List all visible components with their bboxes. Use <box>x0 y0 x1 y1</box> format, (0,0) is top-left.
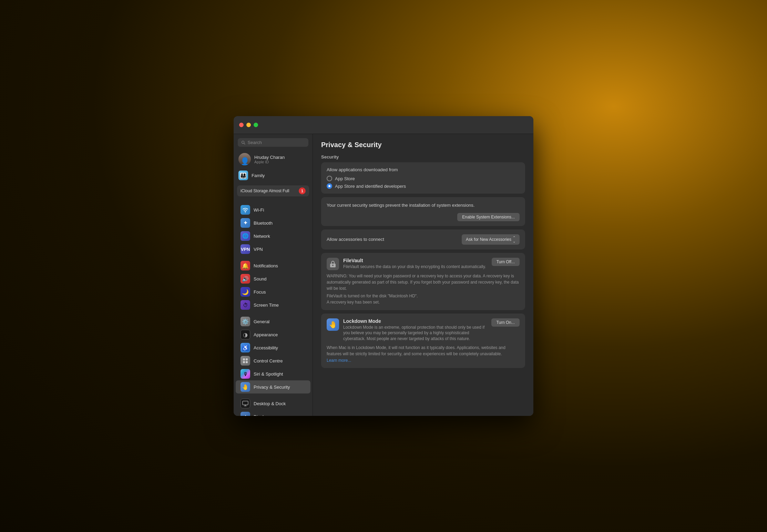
sidebar-item-family[interactable]: 👨‍👩‍👧 Family <box>234 169 313 182</box>
lockdown-learn-more-link[interactable]: Learn more... <box>327 358 351 363</box>
sidebar-item-bluetooth[interactable]: ✦ Bluetooth <box>236 216 310 229</box>
svg-rect-3 <box>246 358 248 360</box>
user-section[interactable]: 👤 Hruday Charan Apple ID <box>234 151 313 167</box>
accessories-select-button[interactable]: Ask for New Accessories ⌃⌄ <box>462 234 520 245</box>
allow-downloads-card: Allow applications downloaded from App S… <box>321 162 525 194</box>
radio-appstore-circle[interactable] <box>327 176 332 181</box>
network-label: Network <box>254 234 270 239</box>
sidebar-item-sound[interactable]: 🔊 Sound <box>236 272 310 285</box>
search-bar[interactable] <box>238 138 308 147</box>
accessories-label: Allow accessories to connect <box>327 237 384 242</box>
search-icon <box>241 140 246 145</box>
siri-icon: 🎙 <box>241 369 250 379</box>
lockdown-desc: Lockdown Mode is an extreme, optional pr… <box>343 325 491 342</box>
close-button[interactable] <box>239 123 244 127</box>
minimize-button[interactable] <box>246 123 251 127</box>
desktop-icon <box>241 399 250 408</box>
radio-group: App Store App Store and identified devel… <box>327 176 520 189</box>
maximize-button[interactable] <box>254 123 258 127</box>
sidebar: 👤 Hruday Charan Apple ID 👨‍👩‍👧 Family iC… <box>234 134 313 416</box>
vpn-icon: VPN <box>241 244 250 254</box>
radio-appstore-devs-circle[interactable] <box>327 183 332 189</box>
svg-rect-4 <box>243 361 245 363</box>
icloud-banner[interactable]: iCloud Storage Almost Full 1 <box>237 185 309 196</box>
lockdown-header: 🤚 Lockdown Mode Lockdown Mode is an extr… <box>327 318 520 342</box>
sidebar-item-displays[interactable]: ✦ Displays <box>236 410 310 416</box>
sidebar-item-screentime[interactable]: ⏱ Screen Time <box>236 298 310 311</box>
radio-appstore-devs[interactable]: App Store and identified developers <box>327 183 520 189</box>
system-preferences-window: 👤 Hruday Charan Apple ID 👨‍👩‍👧 Family iC… <box>234 116 533 416</box>
radio-appstore[interactable]: App Store <box>327 176 520 181</box>
radio-appstore-label: App Store <box>335 176 355 181</box>
radio-appstore-devs-label: App Store and identified developers <box>335 184 406 189</box>
notifications-icon: 🔔 <box>241 261 250 270</box>
main-content: Privacy & Security Security Allow applic… <box>313 134 533 416</box>
general-icon: ⚙️ <box>241 317 250 326</box>
enable-system-extensions-button[interactable]: Enable System Extensions... <box>457 213 520 221</box>
desktop-label: Desktop & Dock <box>254 401 286 406</box>
vpn-label: VPN <box>254 247 263 252</box>
filevault-card: FileVault FileVault secures the data on … <box>321 253 525 310</box>
screentime-label: Screen Time <box>254 303 279 308</box>
filevault-desc: FileVault secures the data on your disk … <box>343 264 486 270</box>
sidebar-item-siri[interactable]: 🎙 Siri & Spotlight <box>236 367 310 380</box>
displays-label: Displays <box>254 414 270 416</box>
title-bar <box>234 116 533 134</box>
filevault-status1: FileVault is turned on for the disk "Mac… <box>327 293 520 305</box>
sound-label: Sound <box>254 276 267 282</box>
notifications-label: Notifications <box>254 263 278 268</box>
sound-icon: 🔊 <box>241 274 250 284</box>
accessories-value: Ask for New Accessories <box>466 237 511 242</box>
bluetooth-icon: ✦ <box>241 218 250 228</box>
security-warning-text: Your current security settings prevent t… <box>327 202 520 209</box>
appearance-label: Appearance <box>254 332 278 337</box>
page-title: Privacy & Security <box>321 141 525 149</box>
filevault-warning: WARNING: You will need your login passwo… <box>327 273 520 291</box>
lockdown-title: Lockdown Mode <box>343 318 491 324</box>
appearance-icon: ◑ <box>241 330 250 339</box>
icloud-text: iCloud Storage Almost Full <box>241 188 289 193</box>
accessibility-label: Accessibility <box>254 345 278 350</box>
accessibility-icon: ♿ <box>241 343 250 352</box>
allow-downloads-title: Allow applications downloaded from <box>327 167 520 172</box>
sidebar-item-vpn[interactable]: VPN VPN <box>236 243 310 256</box>
traffic-lights <box>239 123 258 127</box>
sidebar-item-network[interactable]: 🌐 Network <box>236 229 310 243</box>
focus-label: Focus <box>254 289 266 295</box>
family-icon: 👨‍👩‍👧 <box>238 171 248 180</box>
security-section-title: Security <box>321 154 525 160</box>
sidebar-item-accessibility[interactable]: ♿ Accessibility <box>236 341 310 354</box>
sidebar-item-wifi[interactable]: Wi-Fi <box>236 203 310 216</box>
lockdown-detail: When Mac is in Lockdown Mode, it will no… <box>327 345 520 357</box>
user-name: Hruday Charan <box>254 155 285 160</box>
network-icon: 🌐 <box>241 231 250 241</box>
wifi-label: Wi-Fi <box>254 207 264 213</box>
system-extensions-card: Your current security settings prevent t… <box>321 197 525 226</box>
sidebar-item-notifications[interactable]: 🔔 Notifications <box>236 259 310 272</box>
user-subtitle: Apple ID <box>254 160 285 164</box>
filevault-text: FileVault FileVault secures the data on … <box>343 258 486 270</box>
lockdown-left: 🤚 Lockdown Mode Lockdown Mode is an extr… <box>327 318 491 342</box>
bluetooth-label: Bluetooth <box>254 221 273 226</box>
sidebar-item-appearance[interactable]: ◑ Appearance <box>236 328 310 341</box>
wifi-icon <box>241 205 250 215</box>
sidebar-item-privacy[interactable]: 🤚 Privacy & Security <box>236 380 310 393</box>
sidebar-item-focus[interactable]: 🌙 Focus <box>236 285 310 298</box>
sidebar-item-general[interactable]: ⚙️ General <box>236 315 310 328</box>
general-label: General <box>254 319 269 324</box>
svg-rect-6 <box>243 401 248 405</box>
sidebar-item-controlcentre[interactable]: Control Centre <box>236 354 310 367</box>
icloud-badge: 1 <box>299 187 306 194</box>
family-label: Family <box>252 173 265 178</box>
sidebar-item-desktop[interactable]: Desktop & Dock <box>236 397 310 410</box>
privacy-icon: 🤚 <box>241 382 250 392</box>
search-input[interactable] <box>248 140 305 145</box>
avatar: 👤 <box>238 153 251 165</box>
siri-label: Siri & Spotlight <box>254 371 283 377</box>
content-area: 👤 Hruday Charan Apple ID 👨‍👩‍👧 Family iC… <box>234 134 533 416</box>
filevault-left: FileVault FileVault secures the data on … <box>327 258 486 270</box>
accessories-chevron-icon: ⌃⌄ <box>513 236 515 243</box>
accessories-row: Allow accessories to connect Ask for New… <box>327 234 520 245</box>
lockdown-button[interactable]: Turn On... <box>491 318 520 327</box>
filevault-button[interactable]: Turn Off... <box>492 258 520 266</box>
